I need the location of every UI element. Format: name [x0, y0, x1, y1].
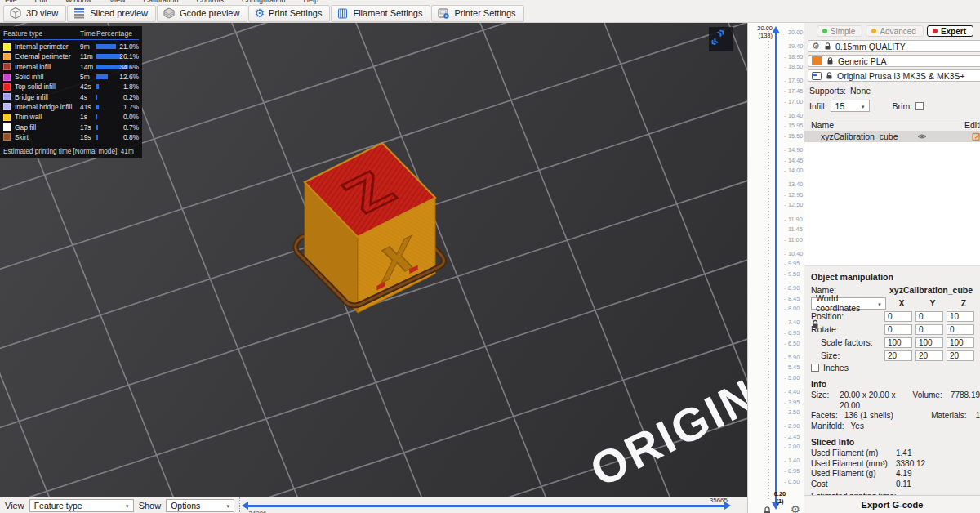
feature-percentage: 1.8%	[118, 83, 139, 91]
estimated-time-label: Estimated printing time [Normal mode]:	[3, 148, 119, 155]
layer-tick: -17.45	[784, 87, 803, 97]
sliced-info-row: Used Filament (g) 4.19	[804, 469, 980, 480]
3d-viewport[interactable]: Z X ORIGINAL » « Feature type Time Perce…	[0, 23, 747, 497]
layer-tick: -18.50	[784, 62, 803, 73]
feature-color-swatch	[3, 123, 11, 131]
export-gcode-button[interactable]: Export G-code	[804, 495, 980, 513]
scale-z-field[interactable]: 100	[947, 337, 974, 348]
position-y-field[interactable]: 0	[915, 311, 943, 322]
layer-tick: -12.50	[784, 200, 803, 211]
size-z-field[interactable]: 20	[947, 350, 974, 361]
size-x-field[interactable]: 20	[884, 350, 912, 361]
info-row: Facets: 136 (1 shells) Materials: 1	[804, 411, 980, 422]
calibration-cube-object[interactable]: Z X	[305, 143, 435, 313]
sliced-preview-button[interactable]: Sliced preview	[67, 5, 156, 22]
filament-profile-select[interactable]: Generic PLA	[808, 55, 980, 67]
tick-value: 12.95	[788, 191, 803, 199]
gear-icon[interactable]: ⚙	[791, 503, 800, 513]
lock-icon[interactable]	[763, 506, 772, 513]
sliced-preview-label: Sliced preview	[90, 8, 148, 18]
position-x-field[interactable]: 0	[884, 311, 912, 322]
layer-tick: -15.50	[784, 132, 803, 142]
axis-x-header: X	[886, 298, 917, 308]
slider-top-arrow[interactable]	[772, 26, 780, 33]
manipulation-rows: Position: 0 0 10 Rotate: 0 0 0 Scale fac…	[804, 310, 980, 362]
coordinate-system-select[interactable]: World coordinates ▼	[811, 297, 886, 310]
tick-value: 2.00	[788, 443, 800, 450]
position-z-field[interactable]: 10	[947, 311, 974, 322]
layer-tick: -6.95	[784, 328, 803, 339]
legend-header-time: Time	[80, 29, 96, 38]
feature-label: Internal bridge infill	[15, 103, 80, 111]
object-list-row-selected[interactable]: xyzCalibration_cube	[804, 131, 980, 142]
scale-x-field[interactable]: 100	[884, 337, 912, 348]
legend-rows: Internal perimeter 9m 21.0% External per…	[3, 42, 139, 142]
3d-view-label: 3D view	[26, 8, 58, 18]
print-settings-button[interactable]: ⚙ Print Settings	[248, 5, 330, 22]
gcode-preview-button[interactable]: Gcode preview	[157, 5, 247, 22]
legend-row: Internal infill 14m 34.6%	[3, 62, 139, 72]
feature-bar-track	[96, 114, 118, 119]
rotate-y-field[interactable]: 0	[915, 324, 943, 335]
tick-value: 14.45	[788, 157, 803, 164]
chevron-down-icon: ▼	[861, 105, 866, 109]
show-select[interactable]: Options ▼	[166, 499, 234, 512]
supports-select[interactable]: None	[850, 86, 871, 96]
layer-tick: -9.95	[784, 259, 803, 270]
tick-value: 16.40	[788, 112, 803, 119]
tick-value: 14.90	[788, 146, 803, 154]
tick-value: 5.90	[788, 354, 800, 361]
tick-value: 5.00	[788, 374, 800, 381]
view-mode-select[interactable]: Feature type ▼	[29, 499, 134, 512]
mode-switcher: Simple Advanced Expert	[804, 25, 973, 37]
mode-simple-button[interactable]: Simple	[817, 25, 863, 37]
gcode-move-slider[interactable]: 35665 34286	[240, 497, 747, 513]
rotate-x-field[interactable]: 0	[884, 324, 912, 335]
tick-value: 18.95	[788, 53, 803, 60]
feature-percentage: 0.7%	[118, 123, 139, 132]
3d-view-button[interactable]: 3D view	[3, 5, 66, 22]
supports-row: Supports: None	[809, 86, 980, 96]
uniform-scale-lock-icon[interactable]	[811, 319, 819, 329]
filament-settings-button[interactable]: Filament Settings	[331, 5, 430, 22]
size-y-field[interactable]: 20	[915, 350, 943, 361]
tick-value: 19.40	[788, 42, 803, 50]
spool-icon	[336, 7, 349, 20]
printer-profile-select[interactable]: Original Prusa i3 MK3S & MK3S+	[808, 69, 980, 82]
edit-icon[interactable]	[972, 132, 980, 141]
legend-row: Bridge infill 4s 0.2%	[3, 91, 139, 101]
print-settings-label: Print Settings	[269, 8, 322, 18]
sliced-label: Used Filament (g)	[811, 469, 889, 480]
object-list-header: Name Editing	[804, 118, 980, 131]
inches-checkbox[interactable]	[811, 364, 819, 372]
scale-y-field[interactable]: 100	[915, 337, 943, 348]
layer-slider-column[interactable]: 20.00 (133) -20.00 -19.40 -18.95	[747, 23, 804, 513]
show-label: Show	[139, 501, 162, 511]
info-materials-value: 1	[975, 411, 980, 422]
layer-tick: -2.00	[784, 442, 803, 453]
mode-expert-button[interactable]: Expert	[927, 25, 973, 37]
feature-percentage: 0.0%	[118, 113, 139, 121]
slider-track[interactable]	[247, 505, 724, 507]
feature-bar-track	[96, 54, 118, 59]
collapse-sidebar-button[interactable]: » «	[709, 27, 733, 51]
brim-checkbox[interactable]	[915, 102, 924, 110]
rotate-z-field[interactable]: 0	[947, 324, 974, 335]
feature-percentage: 21.0%	[118, 42, 139, 51]
layer-slider-bar[interactable]	[775, 33, 777, 503]
tick-value: 9.95	[788, 260, 800, 267]
print-profile-select[interactable]: ⚙ 0.15mm QUALITY	[808, 40, 980, 52]
legend-row: Internal bridge infill 41s 1.7%	[3, 102, 139, 112]
simple-dot-icon	[822, 29, 827, 33]
tick-value: 4.40	[788, 388, 800, 395]
legend-row: Gap fill 17s 0.7%	[3, 122, 139, 132]
mode-advanced-button[interactable]: Advanced	[866, 25, 923, 37]
rotate-row: Rotate: 0 0 0	[804, 323, 980, 336]
infill-select[interactable]: 15 ▼	[831, 100, 870, 112]
layer-tick: -11.00	[784, 235, 803, 246]
layer-tick: -7.40	[784, 318, 803, 328]
printer-icon	[437, 7, 450, 20]
printer-settings-button[interactable]: Printer Settings	[431, 5, 523, 22]
feature-bar-track	[96, 74, 118, 79]
eye-icon[interactable]	[917, 133, 927, 140]
